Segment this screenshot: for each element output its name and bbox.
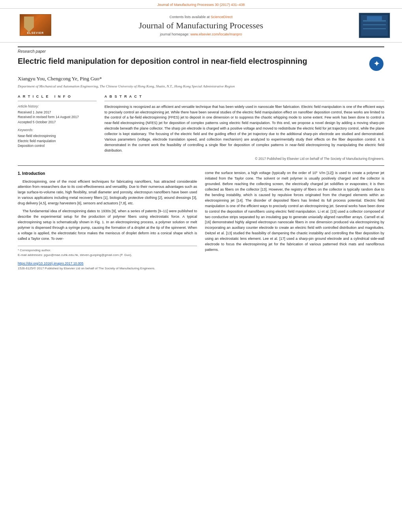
contents-line: Contents lists available at ScienceDirec…	[59, 15, 343, 19]
revised-date: Received in revised form 14 August 2017	[18, 115, 97, 120]
journal-cover-svg	[359, 13, 390, 38]
crossmark-icon: ✦	[369, 57, 383, 71]
abstract-header: A B S T R A C T	[104, 95, 384, 98]
homepage-label: journal homepage:	[160, 32, 190, 36]
abstract-col: A B S T R A C T Electrospinning is recog…	[104, 95, 384, 161]
contents-label: Contents lists available at	[169, 15, 210, 19]
elsevier-logo-area	[12, 14, 59, 37]
keywords-section: Keywords: Near-field electrospinning Ele…	[18, 128, 97, 148]
article-info-col: A R T I C L E I N F O Article history: R…	[18, 95, 97, 161]
svg-rect-5	[367, 16, 382, 20]
top-bar: Journal of Manufacturing Processes 30 (2…	[0, 0, 402, 9]
body-col-right: come the surface tension, a high voltage…	[205, 171, 384, 271]
received-date: Received 1 June 2017	[18, 110, 97, 115]
accepted-date: Accepted 5 October 2017	[18, 120, 97, 125]
body-col-left: 1. Introduction Electrospinning, one of …	[18, 171, 197, 271]
issn-line: 1526-6125/© 2017 Published by Elsevier L…	[18, 266, 197, 271]
paper-content: Research paper Electric field manipulati…	[0, 43, 402, 279]
sciencedirect-link[interactable]: ScienceDirect	[211, 15, 233, 19]
authors-text: Xiangyu You, Chengcong Ye, Ping Guo*	[18, 76, 102, 82]
affiliation: Department of Mechanical and Automation …	[18, 84, 384, 89]
journal-reference: Journal of Manufacturing Processes 30 (2…	[157, 3, 245, 7]
keyword1: Near-field electrospinning	[18, 133, 97, 139]
elsevier-box-image	[20, 14, 51, 36]
info-divider	[18, 101, 97, 101]
keywords-label: Keywords:	[18, 128, 97, 132]
journal-title: Journal of Manufacturing Processes	[59, 20, 343, 31]
abstract-divider	[104, 101, 384, 101]
history-label: Article history:	[18, 104, 97, 108]
header-section: Contents lists available at ScienceDirec…	[0, 9, 402, 43]
footnote-area: * Corresponding author. E-mail addresses…	[18, 246, 197, 258]
doi-line: https://doi.org/10.1016/j.jmapro.2017.10…	[18, 261, 197, 266]
copyright-line: © 2017 Published by Elsevier Ltd on beha…	[104, 157, 384, 161]
homepage-url[interactable]: www.elsevier.com/locate/manpro	[190, 32, 242, 36]
paper-title-area: Electric field manipulation for depositi…	[18, 56, 384, 72]
section1-title: 1. Introduction	[18, 171, 197, 177]
page: Journal of Manufacturing Processes 30 (2…	[0, 0, 402, 532]
article-info-header: A R T I C L E I N F O	[18, 95, 97, 98]
keyword3: Deposition control	[18, 143, 97, 148]
intro-paragraph-2: The fundamental idea of electrospinning …	[18, 209, 197, 242]
doi-link[interactable]: https://doi.org/10.1016/j.jmapro.2017.10…	[18, 261, 84, 265]
header-center: Contents lists available at ScienceDirec…	[59, 15, 343, 36]
intro-paragraph-1: Electrospinning, one of the most efficie…	[18, 179, 197, 207]
journal-homepage: journal homepage: www.elsevier.com/locat…	[59, 32, 343, 36]
footnote-email: E-mail addresses: pguo@mae.cuhk.edu.hk, …	[18, 253, 197, 258]
keyword2: Electric field manipulation	[18, 139, 97, 144]
right-paragraph-1: come the surface tension, a high voltage…	[205, 171, 384, 253]
crossmark-area: ✦	[368, 56, 384, 72]
journal-cover-image	[359, 13, 390, 38]
paper-type-label: Research paper	[18, 46, 384, 54]
main-divider	[18, 165, 384, 166]
authors: Xiangyu You, Chengcong Ye, Ping Guo*	[18, 76, 384, 82]
footnote-star: * Corresponding author.	[18, 248, 197, 253]
journal-image-area	[343, 13, 390, 38]
abstract-text: Electrospinning is recognized as an effi…	[104, 104, 384, 154]
article-info-abstract: A R T I C L E I N F O Article history: R…	[18, 95, 384, 161]
body-content: 1. Introduction Electrospinning, one of …	[18, 171, 384, 271]
paper-title: Electric field manipulation for depositi…	[18, 56, 365, 66]
elsevier-logo	[12, 14, 59, 37]
